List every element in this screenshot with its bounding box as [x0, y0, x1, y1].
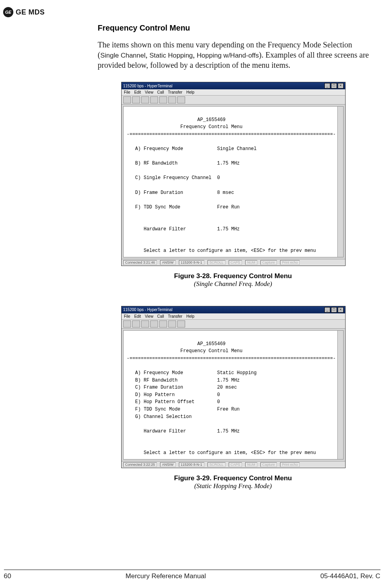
window-titlebar: 115200 bps - HyperTerminal _ □ ×	[122, 306, 345, 313]
menu-call[interactable]: Call	[157, 314, 164, 318]
toolbar-button[interactable]	[132, 320, 140, 327]
menu-edit[interactable]: Edit	[134, 314, 141, 318]
caption-subtitle: (Static Hopping Freq. Mode)	[121, 482, 345, 490]
menubar: File Edit View Call Transfer Help	[122, 313, 345, 320]
close-icon[interactable]: ×	[338, 83, 344, 89]
window-controls: _ □ ×	[324, 307, 344, 313]
ge-monogram-icon: GE	[3, 7, 13, 17]
doc-number: 05-4446A01, Rev. C	[320, 572, 380, 580]
minimize-icon[interactable]: _	[324, 307, 330, 313]
menu-view[interactable]: View	[145, 314, 153, 318]
scrollbar[interactable]	[337, 331, 343, 459]
menu-transfer[interactable]: Transfer	[168, 90, 182, 94]
hyperterminal-window: 115200 bps - HyperTerminal _ □ × File Ed…	[121, 82, 346, 266]
status-printecho: Print echo	[280, 462, 300, 467]
toolbar-button[interactable]	[141, 320, 149, 327]
status-connected: Connected 3:21:46	[123, 260, 157, 265]
toolbar-button[interactable]	[123, 320, 131, 327]
status-connected: Connected 3:22:25	[123, 462, 157, 467]
page-number: 60	[4, 572, 11, 580]
toolbar-button[interactable]	[177, 96, 185, 103]
intro-paragraph: The items shown on this menu vary depend…	[98, 40, 372, 70]
status-device: ANSIW	[160, 260, 176, 265]
mode-single-channel: Single Channel	[100, 52, 146, 59]
toolbar-button[interactable]	[168, 320, 176, 327]
scrollbar[interactable]	[337, 107, 343, 257]
menu-transfer[interactable]: Transfer	[168, 314, 182, 318]
toolbar-button[interactable]	[168, 96, 176, 103]
menubar: File Edit View Call Transfer Help	[122, 89, 345, 96]
figure-28-caption: Figure 3-28. Frequency Control Menu (Sin…	[121, 272, 345, 288]
window-titlebar: 115200 bps - HyperTerminal _ □ ×	[122, 82, 345, 89]
status-scroll: SCROLL	[207, 260, 226, 265]
window-title: 115200 bps - HyperTerminal	[123, 84, 173, 88]
status-bar: Connected 3:21:46 ANSIW 115200 8-N-1 SCR…	[122, 259, 345, 266]
status-num: NUM	[245, 462, 257, 467]
status-caps: CAPS	[229, 462, 242, 467]
figure-28: 115200 bps - HyperTerminal _ □ × File Ed…	[121, 82, 372, 266]
status-printecho: Print echo	[280, 260, 300, 265]
para-sep: ,	[193, 51, 197, 59]
window-title: 115200 bps - HyperTerminal	[123, 308, 173, 312]
maximize-icon[interactable]: □	[331, 83, 337, 89]
caption-title: Figure 3-28. Frequency Control Menu	[174, 272, 292, 280]
status-device: ANSIW	[160, 462, 176, 467]
brand-text: GE MDS	[16, 8, 45, 16]
menu-help[interactable]: Help	[186, 90, 195, 94]
menu-view[interactable]: View	[145, 90, 153, 94]
toolbar-button[interactable]	[132, 96, 140, 103]
menu-file[interactable]: File	[124, 90, 130, 94]
toolbar-button[interactable]	[150, 320, 158, 327]
menu-call[interactable]: Call	[157, 90, 164, 94]
page-footer: 60 Mercury Reference Manual 05-4446A01, …	[4, 570, 380, 580]
brand-logo: GE GE MDS	[3, 7, 45, 17]
maximize-icon[interactable]: □	[331, 307, 337, 313]
status-scroll: SCROLL	[207, 462, 226, 467]
toolbar-button[interactable]	[177, 320, 185, 327]
menu-edit[interactable]: Edit	[134, 90, 141, 94]
status-baud: 115200 8-N-1	[179, 260, 204, 265]
terminal-output: AP_1655469 Frequency Control Menu -=====…	[123, 330, 344, 460]
content-column: Frequency Control Menu The items shown o…	[98, 24, 372, 508]
menu-file[interactable]: File	[124, 314, 130, 318]
status-caps: CAPS	[229, 260, 242, 265]
close-icon[interactable]: ×	[338, 307, 344, 313]
toolbar-button[interactable]	[141, 96, 149, 103]
figure-29-caption: Figure 3-29. Frequency Control Menu (Sta…	[121, 474, 345, 490]
manual-title: Mercury Reference Manual	[126, 572, 206, 580]
toolbar-button[interactable]	[159, 96, 167, 103]
toolbar	[122, 320, 345, 329]
mode-static-hopping: Static Hopping	[149, 52, 193, 59]
page: GE GE MDS Frequency Control Menu The ite…	[0, 0, 384, 588]
status-bar: Connected 3:22:25 ANSIW 115200 8-N-1 SCR…	[122, 461, 345, 468]
menu-help[interactable]: Help	[186, 314, 195, 318]
terminal-output: AP_1655469 Frequency Control Menu -=====…	[123, 106, 344, 257]
section-heading: Frequency Control Menu	[98, 24, 372, 33]
para-sep: ,	[146, 51, 149, 59]
minimize-icon[interactable]: _	[324, 83, 330, 89]
toolbar	[122, 96, 345, 105]
toolbar-button[interactable]	[159, 320, 167, 327]
toolbar-button[interactable]	[123, 96, 131, 103]
caption-title: Figure 3-29. Frequency Control Menu	[174, 474, 292, 482]
toolbar-button[interactable]	[150, 96, 158, 103]
status-capture: Capture	[260, 462, 277, 467]
hyperterminal-window: 115200 bps - HyperTerminal _ □ × File Ed…	[121, 306, 346, 468]
status-num: NUM	[245, 260, 257, 265]
window-controls: _ □ ×	[324, 83, 344, 89]
caption-subtitle: (Single Channel Freq. Mode)	[121, 280, 345, 288]
status-capture: Capture	[260, 260, 277, 265]
status-baud: 115200 8-N-1	[179, 462, 204, 467]
mode-hopping-handoffs: Hopping w/Hand-offs	[197, 52, 259, 59]
figure-29: 115200 bps - HyperTerminal _ □ × File Ed…	[121, 306, 372, 468]
